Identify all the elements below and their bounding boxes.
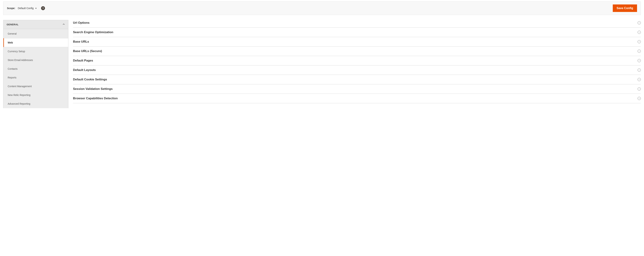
sidebar-item-label: Web: [8, 41, 13, 44]
help-icon[interactable]: ?: [41, 6, 45, 10]
sidebar-item-currency-setup[interactable]: Currency Setup: [4, 47, 68, 56]
sidebar-item-web[interactable]: Web: [4, 38, 68, 47]
chevron-down-circle-icon: [638, 68, 641, 72]
section-session-validation[interactable]: Session Validation Settings: [73, 84, 641, 94]
scope-label: Scope:: [7, 7, 15, 10]
sidebar-item-label: Reports: [8, 76, 16, 79]
section-browser-capabilities[interactable]: Browser Capabilities Detection: [73, 94, 641, 103]
sidebar-item-label: Contacts: [8, 67, 18, 70]
section-title: Search Engine Optimization: [73, 30, 113, 34]
chevron-down-circle-icon: [638, 31, 641, 34]
section-base-urls[interactable]: Base URLs: [73, 37, 641, 46]
sidebar-group-general[interactable]: GENERAL: [4, 20, 68, 29]
section-url-options[interactable]: Url Options: [73, 20, 641, 28]
section-default-pages[interactable]: Default Pages: [73, 56, 641, 65]
section-title: Default Cookie Settings: [73, 78, 107, 81]
sidebar-item-advanced-reporting[interactable]: Advanced Reporting: [4, 99, 68, 108]
config-header-bar: Scope: Default Config ▼ ? Save Config: [3, 1, 641, 15]
sidebar-item-label: Store Email Addresses: [8, 59, 33, 61]
section-seo[interactable]: Search Engine Optimization: [73, 28, 641, 37]
section-title: Default Pages: [73, 59, 93, 62]
sidebar-item-content-management[interactable]: Content Management: [4, 82, 68, 91]
section-title: Browser Capabilities Detection: [73, 97, 118, 100]
chevron-down-circle-icon: [638, 21, 641, 24]
sidebar-item-label: Content Management: [8, 85, 32, 88]
sidebar-item-label: Advanced Reporting: [8, 102, 30, 105]
sidebar-item-label: Currency Setup: [8, 50, 25, 53]
section-base-urls-secure[interactable]: Base URLs (Secure): [73, 46, 641, 56]
section-title: Base URLs (Secure): [73, 49, 102, 53]
chevron-up-circle-icon: [638, 49, 641, 53]
scope-select[interactable]: Default Config ▼: [18, 7, 37, 10]
section-title: Session Validation Settings: [73, 87, 113, 91]
chevron-down-circle-icon: [638, 59, 641, 62]
config-sidebar: GENERAL General Web Currency Setup Store…: [3, 20, 68, 108]
section-default-cookie[interactable]: Default Cookie Settings: [73, 75, 641, 84]
scope-value: Default Config: [18, 7, 34, 10]
sidebar-item-contacts[interactable]: Contacts: [4, 64, 68, 73]
main-content: Url Options Search Engine Optimization B…: [73, 20, 641, 108]
chevron-down-circle-icon: [638, 40, 641, 43]
main-layout: GENERAL General Web Currency Setup Store…: [3, 20, 641, 108]
chevron-down-circle-icon: [638, 78, 641, 81]
header-left: Scope: Default Config ▼ ?: [7, 6, 45, 10]
chevron-up-icon: [62, 23, 65, 26]
section-default-layouts[interactable]: Default Layouts: [73, 65, 641, 75]
sidebar-item-reports[interactable]: Reports: [4, 73, 68, 82]
chevron-down-circle-icon: [638, 87, 641, 91]
sidebar-items: General Web Currency Setup Store Email A…: [4, 29, 68, 108]
sidebar-item-store-email[interactable]: Store Email Addresses: [4, 56, 68, 64]
sidebar-group-label: GENERAL: [6, 23, 18, 26]
chevron-down-circle-icon: [638, 97, 641, 100]
section-title: Url Options: [73, 21, 90, 25]
sidebar-item-general[interactable]: General: [4, 29, 68, 38]
section-title: Base URLs: [73, 40, 89, 43]
section-title: Default Layouts: [73, 68, 96, 72]
sidebar-item-label: General: [8, 32, 16, 35]
sidebar-item-new-relic[interactable]: New Relic Reporting: [4, 91, 68, 99]
sidebar-item-label: New Relic Reporting: [8, 94, 30, 96]
save-config-button[interactable]: Save Config: [613, 4, 637, 12]
caret-down-icon: ▼: [35, 7, 37, 9]
